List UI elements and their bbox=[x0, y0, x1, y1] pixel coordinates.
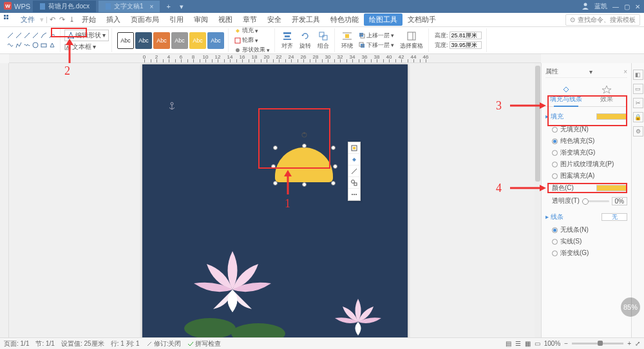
menu-home[interactable]: 开始 bbox=[77, 15, 101, 24]
tab-overflow-button[interactable]: ▾ bbox=[177, 3, 186, 11]
sidetab-select-icon[interactable]: ▭ bbox=[633, 84, 643, 94]
menu-dochelper[interactable]: 文档助手 bbox=[402, 15, 441, 24]
status-rowcol[interactable]: 行: 1 列: 1 bbox=[111, 339, 140, 348]
menu-features[interactable]: 特色功能 bbox=[325, 15, 364, 24]
view-web-icon[interactable]: ▦ bbox=[525, 340, 531, 347]
qat-redo-icon[interactable]: ↷ bbox=[57, 15, 67, 24]
close-icon[interactable]: ✕ bbox=[635, 3, 640, 10]
vertical-ruler[interactable] bbox=[0, 63, 9, 337]
status-section[interactable]: 节: 1/1 bbox=[35, 339, 54, 348]
line-section-header[interactable]: ▸ 线条 无 bbox=[545, 212, 627, 222]
view-outline-icon[interactable]: ☰ bbox=[515, 340, 521, 347]
fill-option-2[interactable]: 渐变填充(G) bbox=[545, 147, 627, 158]
selected-shape-sun[interactable] bbox=[268, 132, 340, 181]
rotate-button[interactable]: 旋转 bbox=[297, 31, 314, 50]
selection-pane-button[interactable]: 选择窗格 bbox=[397, 31, 426, 50]
restore-icon[interactable]: ▢ bbox=[624, 3, 630, 10]
shape-effects-button[interactable]: 形状效果▾ bbox=[232, 45, 272, 55]
document-tab-1[interactable]: 荷塘月色.docx bbox=[33, 1, 96, 12]
app-menu-icon[interactable] bbox=[4, 15, 13, 25]
fill-option-0[interactable]: 无填充(N) bbox=[545, 124, 627, 135]
user-name[interactable]: 蓝凯 bbox=[594, 2, 607, 11]
align-button[interactable]: 对齐 bbox=[279, 31, 296, 50]
height-input[interactable] bbox=[450, 32, 482, 39]
line-style-swatch[interactable]: 无 bbox=[601, 213, 627, 221]
outline-button[interactable]: 轮廓▾ bbox=[232, 35, 260, 45]
send-backward-button[interactable]: 下移一层▾ bbox=[357, 41, 396, 50]
menu-security[interactable]: 安全 bbox=[262, 15, 287, 24]
file-menu[interactable]: 文件 bbox=[15, 15, 40, 24]
props-close-icon[interactable]: × bbox=[623, 68, 627, 75]
zoom-in-icon[interactable]: + bbox=[627, 340, 631, 347]
sidetab-lock-icon[interactable]: 🔒 bbox=[633, 112, 643, 122]
float-shape-icon[interactable] bbox=[348, 177, 360, 189]
search-box[interactable]: ⊙ 查找命令、搜索模板 bbox=[565, 14, 640, 26]
new-tab-button[interactable]: + bbox=[162, 3, 174, 10]
status-revision[interactable]: 修订:关闭 bbox=[146, 339, 182, 348]
user-avatar-icon[interactable] bbox=[582, 2, 589, 11]
fill-option-4[interactable]: 图案填充(A) bbox=[545, 170, 627, 182]
menu-insert[interactable]: 插入 bbox=[101, 15, 126, 24]
menu-section[interactable]: 章节 bbox=[238, 15, 262, 24]
width-input[interactable] bbox=[450, 41, 482, 49]
fill-option-1[interactable]: 纯色填充(S) bbox=[545, 135, 627, 147]
zoom-slider[interactable] bbox=[572, 343, 623, 344]
style-swatch-3[interactable]: Abc bbox=[171, 32, 188, 49]
menu-view[interactable]: 视图 bbox=[213, 15, 238, 24]
rotate-handle[interactable] bbox=[301, 132, 307, 138]
minimize-icon[interactable]: — bbox=[612, 3, 619, 10]
fullscreen-icon[interactable]: ⤢ bbox=[635, 340, 640, 347]
menu-devtools[interactable]: 开发工具 bbox=[287, 15, 325, 24]
fill-color-swatch[interactable] bbox=[596, 113, 627, 120]
sidetab-props-icon[interactable]: ⚙ bbox=[633, 126, 643, 137]
fill-section-header[interactable]: ▸ 填充 bbox=[545, 112, 627, 121]
float-outline-icon[interactable] bbox=[348, 165, 360, 177]
props-tab-effects[interactable]: 效果 bbox=[587, 82, 628, 106]
resize-handle[interactable] bbox=[273, 146, 278, 150]
zoom-out-icon[interactable]: − bbox=[564, 340, 568, 347]
menu-drawingtools[interactable]: 绘图工具 bbox=[364, 14, 402, 26]
bring-forward-button[interactable]: 上移一层▾ bbox=[357, 31, 396, 41]
document-canvas[interactable] bbox=[142, 64, 408, 337]
style-swatch-5[interactable]: Abc bbox=[207, 32, 224, 49]
wrap-button[interactable]: 环绕 bbox=[339, 31, 355, 50]
resize-handle[interactable] bbox=[302, 144, 307, 148]
horizontal-ruler[interactable]: 0246810121416182022242628303234363840424… bbox=[9, 54, 541, 63]
resize-handle[interactable] bbox=[302, 182, 307, 187]
status-page[interactable]: 页面: 1/1 bbox=[4, 339, 29, 348]
shapes-gallery[interactable] bbox=[5, 30, 57, 51]
line-option-1[interactable]: 实线(S) bbox=[545, 236, 627, 247]
float-layout-icon[interactable] bbox=[348, 142, 360, 154]
menu-references[interactable]: 引用 bbox=[164, 15, 189, 24]
resize-handle[interactable] bbox=[331, 181, 336, 185]
float-fill-icon[interactable] bbox=[348, 154, 360, 165]
view-read-icon[interactable]: ▭ bbox=[535, 340, 540, 347]
color-picker[interactable] bbox=[596, 185, 627, 191]
resize-handle[interactable] bbox=[273, 181, 278, 185]
line-option-0[interactable]: 无线条(N) bbox=[545, 224, 627, 236]
props-tab-fill[interactable]: 填充与线条 bbox=[545, 82, 587, 106]
edit-shape-button[interactable]: 编辑形状▾ bbox=[64, 30, 109, 41]
fill-button[interactable]: 填充▾ bbox=[232, 26, 260, 35]
style-swatch-0[interactable]: Abc bbox=[117, 32, 134, 49]
document-tab-2[interactable]: 文字文稿1 × bbox=[99, 1, 160, 12]
qat-save-icon[interactable]: ⤓ bbox=[67, 15, 77, 24]
view-page-icon[interactable]: ▤ bbox=[506, 340, 511, 347]
status-position[interactable]: 设置值: 25厘米 bbox=[61, 339, 104, 348]
canvas-area[interactable] bbox=[9, 63, 541, 337]
line-option-2[interactable]: 渐变线(G) bbox=[545, 247, 627, 259]
resize-handle[interactable] bbox=[331, 146, 336, 150]
style-swatch-2[interactable]: Abc bbox=[153, 32, 170, 49]
status-spellcheck[interactable]: 拼写检查 bbox=[187, 339, 221, 348]
float-more-icon[interactable] bbox=[348, 189, 360, 200]
transparency-slider[interactable] bbox=[582, 200, 609, 202]
group-button[interactable]: 组合 bbox=[315, 31, 332, 50]
resize-handle[interactable] bbox=[271, 164, 276, 169]
menu-review[interactable]: 审阅 bbox=[189, 15, 213, 24]
tab-close-icon[interactable]: × bbox=[150, 3, 154, 10]
menu-pagelayout[interactable]: 页面布局 bbox=[126, 15, 164, 24]
style-swatch-4[interactable]: Abc bbox=[189, 32, 206, 49]
sidetab-style-icon[interactable]: ◧ bbox=[633, 70, 643, 80]
textbox-button[interactable]: A 文本框▾ bbox=[64, 42, 96, 52]
resize-handle[interactable] bbox=[333, 164, 337, 169]
